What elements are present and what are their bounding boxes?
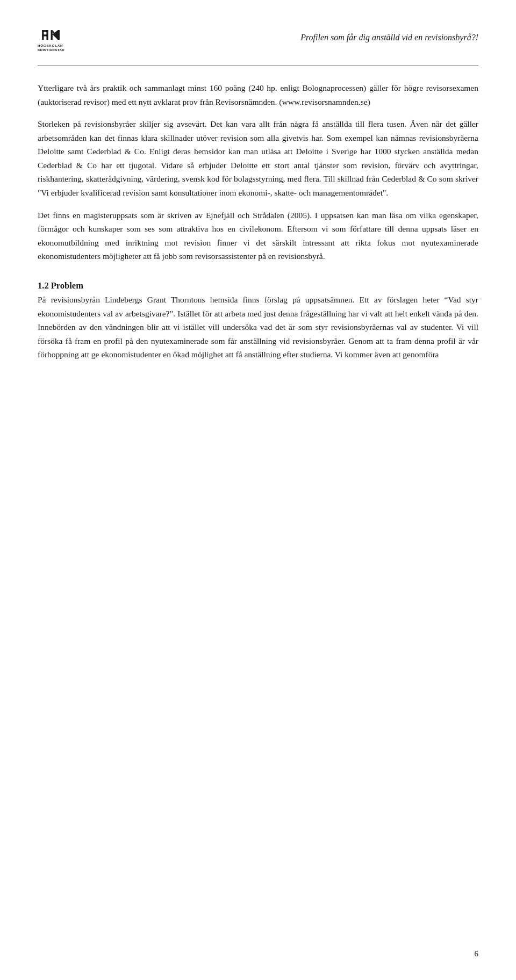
university-logo: HÖGSKOLAN KRISTIANSTAD — [38, 21, 86, 54]
svg-rect-4 — [51, 30, 53, 40]
svg-text:KRISTIANSTAD: KRISTIANSTAD — [38, 48, 64, 52]
section-1-2-text: 1.2 Problem På revisionsbyrån Lindebergs… — [38, 278, 478, 362]
svg-rect-3 — [46, 30, 48, 40]
logo-container: HÖGSKOLAN KRISTIANSTAD — [38, 21, 86, 54]
page-number: 6 — [475, 949, 479, 959]
section-1-2-body: På revisionsbyrån Lindebergs Grant Thorn… — [38, 295, 478, 359]
main-content: Ytterligare två års praktik och sammanla… — [38, 81, 478, 362]
paragraph-1: Ytterligare två års praktik och sammanla… — [38, 81, 478, 109]
paragraph-3: Det finns en magisteruppsats som är skri… — [38, 208, 478, 263]
svg-marker-6 — [53, 30, 60, 40]
page: HÖGSKOLAN KRISTIANSTAD Profilen som får … — [0, 0, 516, 980]
header-title: Profilen som får dig anställd vid en rev… — [300, 33, 478, 42]
section-1-2: 1.2 Problem På revisionsbyrån Lindebergs… — [38, 278, 478, 362]
header-divider — [38, 66, 478, 66]
paragraph-2: Storleken på revisionsbyråer skiljer sig… — [38, 117, 478, 199]
svg-text:HÖGSKOLAN: HÖGSKOLAN — [38, 44, 63, 47]
header: HÖGSKOLAN KRISTIANSTAD Profilen som får … — [38, 21, 478, 60]
section-heading-1-2: 1.2 Problem — [38, 280, 83, 291]
